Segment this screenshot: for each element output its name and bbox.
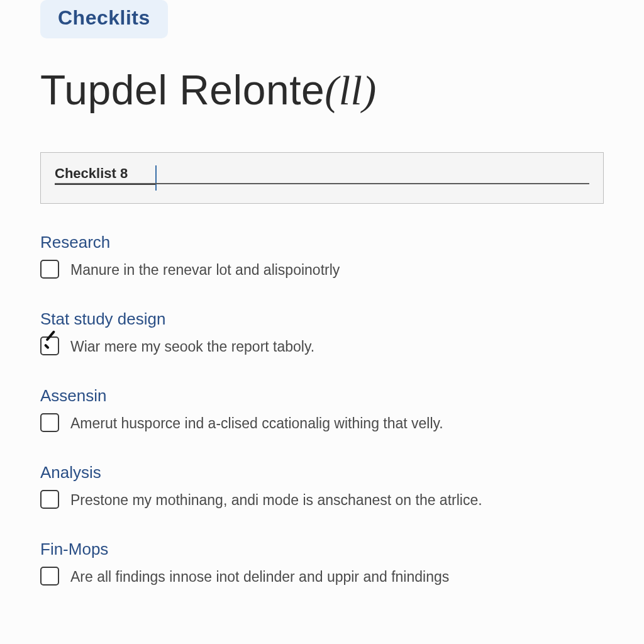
checklist-item: Are all findings innose inot delinder an… <box>40 567 604 586</box>
checkbox[interactable] <box>40 567 59 586</box>
checklist-item-text: Prestone my mothinang, andi mode is ansc… <box>70 490 482 509</box>
checklist-item-text: Are all findings innose inot delinder an… <box>70 567 449 586</box>
section: Stat study designWiar mere my seook the … <box>40 309 604 356</box>
checklist-item-text: Amerut husporce ind a-clised ccationalig… <box>70 413 443 433</box>
section: ResearchManure in the renevar lot and al… <box>40 233 604 279</box>
checklist-item-text: Manure in the renevar lot and alispoinot… <box>70 260 340 279</box>
section: Fin-MopsAre all findings innose inot del… <box>40 540 604 586</box>
input-baseline <box>55 183 589 184</box>
tab-checklists[interactable]: Checklits <box>40 0 168 38</box>
checklist-item: Prestone my mothinang, andi mode is ansc… <box>40 490 604 509</box>
checkbox[interactable] <box>40 260 59 279</box>
section-title: Fin-Mops <box>40 540 604 559</box>
checklist-item: Amerut husporce ind a-clised ccationalig… <box>40 413 604 433</box>
checkbox[interactable] <box>40 413 59 432</box>
checklist-name-value: Checklist 8 <box>55 165 128 182</box>
section-title: Analysis <box>40 463 604 482</box>
page-title-main: Tupdel Relonte <box>40 67 325 113</box>
section: AnalysisPrestone my mothinang, andi mode… <box>40 463 604 509</box>
checklist-item-text: Wiar mere my seook the report taboly. <box>70 336 314 356</box>
checklist-sections: ResearchManure in the renevar lot and al… <box>40 233 604 586</box>
checklist-item: Wiar mere my seook the report taboly. <box>40 336 604 356</box>
section: AssensinAmerut husporce ind a-clised cca… <box>40 386 604 433</box>
text-caret-icon <box>155 165 157 191</box>
checklist-item: Manure in the renevar lot and alispoinot… <box>40 260 604 279</box>
section-title: Research <box>40 233 604 252</box>
checklist-name-input[interactable]: Checklist 8 <box>40 152 604 204</box>
page-title: Tupdel Relonte(ll) <box>40 66 604 114</box>
page-title-suffix: (ll) <box>325 67 377 113</box>
section-title: Stat study design <box>40 309 604 329</box>
section-title: Assensin <box>40 386 604 406</box>
checkbox[interactable] <box>40 490 59 509</box>
checkbox[interactable] <box>40 336 59 355</box>
